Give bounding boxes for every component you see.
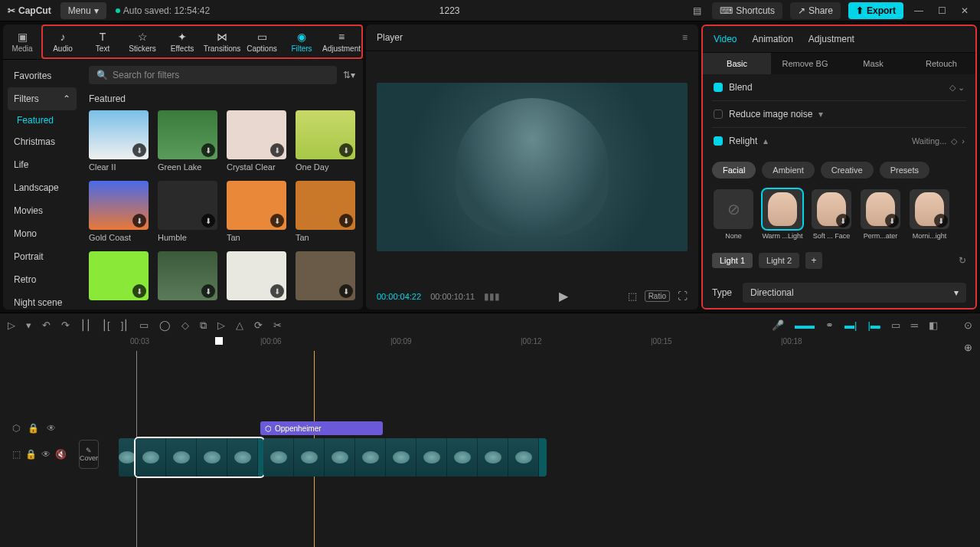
reset-lights-icon[interactable]: ↻ <box>959 255 966 266</box>
download-icon[interactable]: ⬇ <box>132 284 146 298</box>
pill-ambient[interactable]: Ambient <box>762 162 814 179</box>
rotate-tool[interactable]: ⟳ <box>254 319 263 331</box>
filter-thumb[interactable]: ⬇One Day <box>296 110 355 172</box>
blend-row[interactable]: Blend ◇ ⌄ <box>712 74 966 101</box>
inspector-subtab-remove-bg[interactable]: Remove BG <box>771 53 839 74</box>
download-icon[interactable]: ⬇ <box>270 284 284 298</box>
filter-thumb[interactable]: ⬇Gold Coast <box>89 181 149 242</box>
light-chip-2[interactable]: Light 2 <box>759 253 799 268</box>
inspector-subtab-basic[interactable]: Basic <box>703 53 771 74</box>
pill-facial[interactable]: Facial <box>712 162 756 179</box>
relight-option[interactable]: ⬇Morni...ight <box>908 189 951 240</box>
reduce-noise-row[interactable]: Reduce image noise▾ <box>712 101 966 128</box>
relight-option[interactable]: Warm ...Light <box>761 189 804 240</box>
track-icon[interactable]: ═ <box>911 319 918 331</box>
inspector-subtab-mask[interactable]: Mask <box>839 53 907 74</box>
crop2-tool[interactable]: ✂ <box>273 319 282 331</box>
sort-button[interactable]: ⇅▾ <box>343 70 355 80</box>
redo-button[interactable]: ↷ <box>61 319 70 331</box>
duplicate-tool[interactable]: ⧉ <box>200 319 207 332</box>
video-hide-icon[interactable]: 👁 <box>41 449 51 460</box>
circle-tool[interactable]: ◯ <box>159 319 171 331</box>
video-mute-icon[interactable]: 🔇 <box>55 449 67 460</box>
ratio-button[interactable]: Ratio <box>645 290 670 302</box>
minimize-button[interactable]: — <box>911 5 926 16</box>
zoom-fit-icon[interactable]: ⊙ <box>964 319 972 331</box>
type-select[interactable]: Directional▾ <box>743 283 966 303</box>
tab-captions[interactable]: ▭Captions <box>242 26 282 57</box>
inspector-tab-adjustment[interactable]: Adjustment <box>808 34 854 44</box>
clip-shark[interactable]: StabilizeGreat White Shark (Megalodon)00… <box>263 438 547 477</box>
preview-icon[interactable]: ▭ <box>891 319 900 331</box>
share-button[interactable]: ↗ Share <box>790 2 841 19</box>
selection-tool[interactable]: ▷ <box>8 319 15 331</box>
download-icon[interactable]: ⬇ <box>934 214 948 228</box>
download-icon[interactable]: ⬇ <box>339 284 353 298</box>
download-icon[interactable]: ⬇ <box>339 143 353 157</box>
sidebar-life[interactable]: Life <box>3 153 81 176</box>
caption-hide-icon[interactable]: 🔒 <box>28 423 39 434</box>
sidebar-portrait[interactable]: Portrait <box>3 245 81 268</box>
caption-lock-icon[interactable]: ⬡ <box>12 423 20 434</box>
sidebar-mono[interactable]: Mono <box>3 222 81 245</box>
player-menu-icon[interactable]: ≡ <box>682 32 688 43</box>
close-button[interactable]: ✕ <box>957 5 972 16</box>
sidebar-landscape[interactable]: Landscape <box>3 176 81 199</box>
download-icon[interactable]: ⬇ <box>339 214 353 228</box>
download-icon[interactable]: ⬇ <box>201 284 215 298</box>
dropdown-icon[interactable]: ▾ <box>26 319 31 331</box>
undo-button[interactable]: ↶ <box>42 319 51 331</box>
download-icon[interactable]: ⬇ <box>132 143 146 157</box>
playhead-marker[interactable] <box>215 337 223 345</box>
filter-thumb[interactable]: ⬇Clear II <box>89 110 149 172</box>
pill-presets[interactable]: Presets <box>880 162 929 179</box>
inspector-tab-animation[interactable]: Animation <box>752 34 792 44</box>
download-icon[interactable]: ⬇ <box>885 214 899 228</box>
tab-adjustment[interactable]: ≡Adjustment <box>322 26 361 57</box>
relight-option[interactable]: ⬇Soft ... Face <box>810 189 853 240</box>
reduce-noise-checkbox[interactable] <box>714 110 723 119</box>
play-button[interactable]: ▶ <box>559 289 568 303</box>
filter-thumb[interactable]: ⬇ <box>158 251 217 303</box>
sidebar-featured[interactable]: Featured <box>3 110 81 130</box>
download-icon[interactable]: ⬇ <box>270 143 284 157</box>
filter-thumb[interactable]: ⬇ <box>296 251 355 303</box>
filter-thumb[interactable]: ⬇ <box>89 251 149 303</box>
trim-left-tool[interactable]: ⎮[ <box>102 319 110 331</box>
collapse-icon[interactable]: ◧ <box>929 319 938 331</box>
filter-thumb[interactable]: ⬇Green Lake <box>158 110 217 172</box>
player-canvas[interactable] <box>377 83 688 251</box>
snap-icon[interactable]: ▬| <box>844 319 857 331</box>
inspector-subtab-retouch[interactable]: Retouch <box>907 53 975 74</box>
trim-right-tool[interactable]: ]⎮ <box>121 319 129 331</box>
filter-thumb[interactable]: ⬇Humble <box>158 181 217 242</box>
tab-media[interactable]: ▣Media <box>3 25 41 59</box>
add-light-button[interactable]: + <box>805 252 822 269</box>
sidebar-filters[interactable]: Filters⌃ <box>8 87 77 110</box>
quality-icon[interactable]: ▮▮▮ <box>484 291 500 302</box>
sidebar-night-scene[interactable]: Night scene <box>3 291 81 310</box>
download-icon[interactable]: ⬇ <box>270 214 284 228</box>
video-drag-icon[interactable]: ⬚ <box>12 449 21 460</box>
fullscreen-icon[interactable]: ⛶ <box>678 290 688 302</box>
relight-option[interactable]: ⊘None <box>712 189 755 240</box>
export-button[interactable]: ⬆ Export <box>848 2 903 19</box>
filter-thumb[interactable]: ⬇Tan <box>296 181 355 242</box>
tab-transitions[interactable]: ⋈Transitions <box>202 26 242 57</box>
caption-mute-icon[interactable]: 👁 <box>47 423 56 434</box>
render-tool[interactable]: ▷ <box>217 319 225 331</box>
download-icon[interactable]: ⬇ <box>836 214 850 228</box>
tab-filters[interactable]: ◉Filters <box>282 26 322 57</box>
crop-tool[interactable]: ▭ <box>139 319 149 331</box>
blend-checkbox[interactable] <box>714 83 723 92</box>
pill-creative[interactable]: Creative <box>821 162 874 179</box>
tab-audio[interactable]: ♪Audio <box>43 26 83 57</box>
clip-stab[interactable]: Stab <box>119 438 136 477</box>
layout-icon[interactable]: ▤ <box>689 5 704 16</box>
filter-thumb[interactable]: ⬇Crystal Clear <box>227 110 286 172</box>
mirror-tool[interactable]: △ <box>236 319 243 331</box>
link-icon[interactable]: ⚭ <box>825 319 834 331</box>
tab-stickers[interactable]: ☆Stickers <box>122 26 162 57</box>
relight-checkbox[interactable] <box>714 136 723 146</box>
clip-freeze[interactable]: Freeze00:00:03:00Waiting to app <box>136 438 263 477</box>
